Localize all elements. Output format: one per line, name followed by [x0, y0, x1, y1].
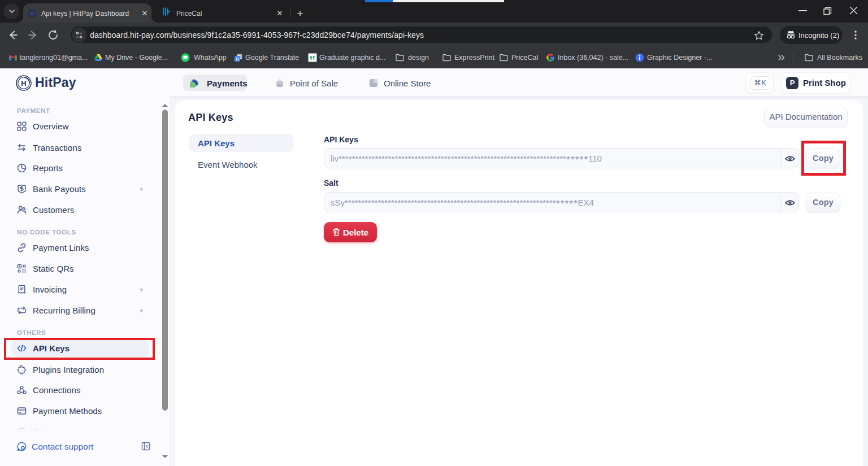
svg-text:H: H: [31, 11, 33, 16]
svg-text:H: H: [21, 79, 26, 88]
svg-text:G: G: [236, 56, 239, 62]
